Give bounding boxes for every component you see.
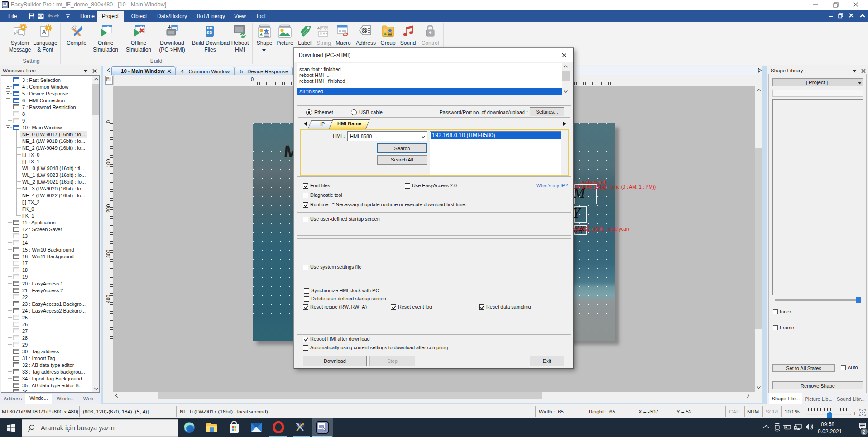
svg-text:SD: SD bbox=[206, 30, 212, 35]
svg-text:A: A bbox=[42, 28, 47, 35]
